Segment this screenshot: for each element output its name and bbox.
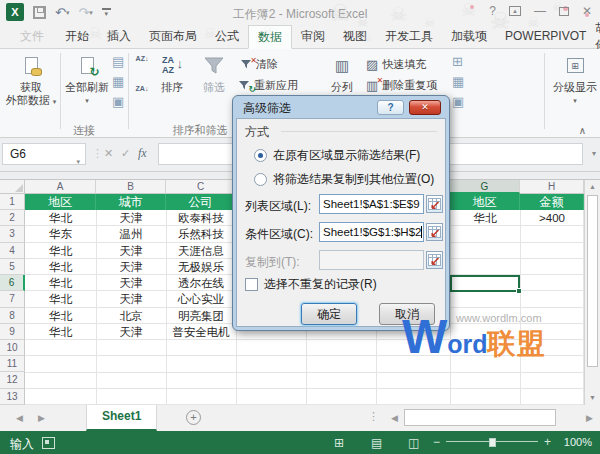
scroll-up-icon[interactable]: ▲ bbox=[585, 180, 600, 194]
cell-b6[interactable]: 天津 bbox=[96, 275, 166, 291]
radio-checked-icon[interactable] bbox=[254, 149, 267, 162]
cell-c4[interactable]: 天涯信息 bbox=[166, 243, 236, 259]
row-header-4[interactable]: 4 bbox=[0, 243, 25, 259]
expand-formula-bar-icon[interactable]: ▾ bbox=[592, 149, 596, 158]
what-if-analysis-icon[interactable]: ▦ bbox=[452, 75, 464, 89]
customize-qat-icon[interactable]: ▾ bbox=[102, 8, 111, 17]
chevron-down-icon[interactable]: ▾ bbox=[76, 152, 80, 172]
sort-ascending-icon[interactable]: AZ↓ bbox=[134, 55, 150, 73]
vertical-scroll-thumb[interactable] bbox=[587, 195, 598, 367]
row-header-10[interactable]: 10 bbox=[0, 340, 25, 356]
column-header-b[interactable]: B bbox=[96, 180, 166, 194]
confirm-entry-icon[interactable]: ✓ bbox=[121, 147, 130, 160]
cell-a2[interactable]: 华北 bbox=[25, 210, 96, 226]
cell-g1[interactable]: 地区 bbox=[450, 194, 520, 210]
cell-c6[interactable]: 透尔在线 bbox=[166, 275, 236, 291]
page-break-view-icon[interactable]: ◫ bbox=[408, 436, 419, 450]
new-sheet-icon[interactable]: + bbox=[186, 410, 201, 425]
tab-view[interactable]: 视图 bbox=[334, 25, 376, 48]
radio-unchecked-icon[interactable] bbox=[254, 173, 267, 186]
normal-view-icon[interactable]: ⊞ bbox=[334, 436, 344, 450]
cell-a7[interactable]: 华北 bbox=[25, 291, 96, 307]
zoom-level[interactable]: 100% bbox=[564, 436, 592, 448]
active-cell-selection[interactable] bbox=[450, 275, 520, 292]
ok-button[interactable]: 确定 bbox=[301, 303, 357, 325]
page-layout-view-icon[interactable]: ▤ bbox=[371, 436, 382, 450]
list-range-input[interactable]: Sheet1!$A$1:$E$9 bbox=[319, 194, 424, 214]
row-header-13[interactable]: 13 bbox=[0, 389, 25, 405]
collapse-ribbon-icon[interactable]: ∧ bbox=[579, 125, 586, 136]
close-icon[interactable]: ✕ bbox=[582, 5, 592, 17]
cell-b2[interactable]: 天津 bbox=[96, 210, 166, 226]
cell-h2[interactable]: >400 bbox=[520, 210, 584, 226]
vertical-scrollbar[interactable]: ▲ ▼ bbox=[584, 180, 600, 405]
maximize-icon[interactable] bbox=[559, 7, 569, 16]
save-icon[interactable] bbox=[33, 6, 46, 19]
tab-addins[interactable]: 加载项 bbox=[442, 25, 496, 48]
cell-b7[interactable]: 天津 bbox=[96, 291, 166, 307]
cell-a4[interactable]: 华北 bbox=[25, 243, 96, 259]
fill-handle[interactable] bbox=[516, 288, 522, 294]
column-header-a[interactable]: A bbox=[25, 180, 96, 194]
insert-function-icon[interactable]: fx bbox=[138, 146, 147, 161]
consolidate-icon[interactable]: ⊞ bbox=[452, 55, 464, 69]
macro-record-icon[interactable] bbox=[42, 437, 55, 449]
row-header-8[interactable]: 8 bbox=[0, 308, 25, 324]
cell-b8[interactable]: 北京 bbox=[96, 308, 166, 324]
checkbox-unchecked-icon[interactable] bbox=[245, 278, 258, 291]
hscroll-right-icon[interactable]: ▶ bbox=[586, 413, 593, 423]
tab-insert[interactable]: 插入 bbox=[98, 25, 140, 48]
ribbon-display-options-icon[interactable]: ▲ bbox=[509, 6, 521, 16]
cell-b3[interactable]: 温州 bbox=[96, 226, 166, 242]
select-all-corner[interactable] bbox=[0, 180, 25, 194]
sheet-next-icon[interactable]: ▶ bbox=[38, 413, 45, 423]
tab-home[interactable]: 开始 bbox=[56, 25, 98, 48]
horizontal-scroll-thumb[interactable] bbox=[404, 409, 556, 426]
row-header-5[interactable]: 5 bbox=[0, 259, 25, 275]
help-icon[interactable]: ? bbox=[489, 5, 496, 17]
cell-c7[interactable]: 心心实业 bbox=[166, 291, 236, 307]
cell-c3[interactable]: 乐然科技 bbox=[166, 226, 236, 242]
sort-descending-icon[interactable]: ZA↓ bbox=[134, 85, 150, 103]
clear-filter-button[interactable]: ✕ 清除 bbox=[240, 57, 278, 72]
formula-bar-splitter[interactable]: ⋮ bbox=[92, 147, 103, 160]
row-header-9[interactable]: 9 bbox=[0, 324, 25, 340]
undo-button[interactable]: ↶▾ bbox=[55, 6, 69, 19]
column-header-g[interactable]: G bbox=[450, 180, 520, 194]
zoom-in-icon[interactable]: + bbox=[544, 435, 551, 449]
relationships-icon[interactable]: ▣ bbox=[452, 95, 464, 109]
flash-fill-button[interactable]: ▨ 快速填充 bbox=[366, 57, 426, 72]
tab-file[interactable]: 文件 bbox=[8, 25, 56, 48]
refresh-all-button[interactable]: ↻ 全部刷新 ▾ bbox=[64, 52, 110, 107]
column-header-h[interactable]: H bbox=[520, 180, 584, 194]
filter-button[interactable]: 筛选 bbox=[196, 52, 232, 94]
cell-c1[interactable]: 公司 bbox=[166, 194, 236, 210]
copy-to-location-option[interactable]: 将筛选结果复制到其他位置(O) bbox=[254, 171, 434, 188]
cell-h1[interactable]: 金额 bbox=[520, 194, 584, 210]
tab-page-layout[interactable]: 页面布局 bbox=[140, 25, 206, 48]
outline-button[interactable]: ⊞ 分级显示 ▾ bbox=[552, 52, 598, 107]
zoom-slider-thumb[interactable] bbox=[489, 438, 496, 447]
column-header-c[interactable]: C bbox=[166, 180, 236, 194]
cancel-entry-icon[interactable]: ✕ bbox=[104, 147, 113, 160]
cell-a9[interactable]: 华北 bbox=[25, 324, 96, 340]
cell-b1[interactable]: 城市 bbox=[96, 194, 166, 210]
remove-duplicates-button[interactable]: ▥ ✕ 删除重复项 bbox=[366, 78, 437, 93]
account-area[interactable]: 胡俊 ▾ bbox=[595, 25, 600, 48]
unique-records-option[interactable]: 选择不重复的记录(R) bbox=[245, 276, 377, 293]
text-to-columns-button[interactable]: ▥ 分列 bbox=[324, 52, 360, 94]
redo-button[interactable]: ↷▾ bbox=[78, 6, 92, 19]
dialog-close-button[interactable]: ✕ bbox=[409, 100, 441, 115]
row-header-12[interactable]: 12 bbox=[0, 372, 25, 388]
tab-formulas[interactable]: 公式 bbox=[206, 25, 248, 48]
dialog-help-button[interactable]: ? bbox=[377, 100, 404, 115]
excel-logo-icon[interactable]: X bbox=[6, 3, 24, 21]
reapply-filter-button[interactable]: ↻ 重新应用 bbox=[238, 78, 298, 93]
cell-a3[interactable]: 华东 bbox=[25, 226, 96, 242]
criteria-range-picker-button[interactable] bbox=[426, 223, 443, 241]
get-external-data-button[interactable]: 获取 外部数据 ▾ bbox=[4, 52, 58, 108]
cell-c2[interactable]: 欧泰科技 bbox=[166, 210, 236, 226]
cell-a8[interactable]: 华北 bbox=[25, 308, 96, 324]
row-header-11[interactable]: 11 bbox=[0, 356, 25, 372]
edit-links-icon[interactable]: ▣ bbox=[112, 95, 124, 109]
